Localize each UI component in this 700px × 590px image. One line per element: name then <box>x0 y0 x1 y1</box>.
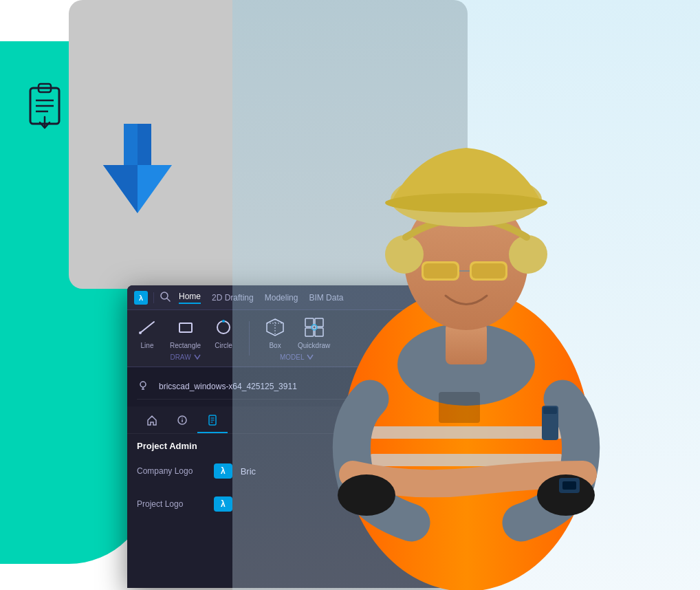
svg-rect-53 <box>562 481 576 490</box>
rectangle-icon <box>174 316 197 339</box>
line-tool[interactable]: Line <box>135 316 159 349</box>
svg-point-49 <box>385 193 547 212</box>
svg-line-11 <box>140 322 154 333</box>
svg-point-15 <box>222 320 225 323</box>
worker-photo <box>232 0 700 590</box>
blue-download-arrow <box>103 124 172 216</box>
svg-point-46 <box>385 235 424 274</box>
svg-rect-56 <box>439 392 480 423</box>
project-logo-label: Project Logo <box>137 499 206 509</box>
tab-info[interactable] <box>167 411 197 433</box>
draw-section-label: DRAW <box>170 353 190 361</box>
rectangle-label: Rectangle <box>170 342 201 349</box>
svg-rect-44 <box>424 263 457 278</box>
svg-rect-13 <box>179 323 192 332</box>
company-logo-label: Company Logo <box>137 466 206 476</box>
draw-items: Line Rectangle <box>135 316 235 349</box>
download-clipboard-icon-area <box>21 76 76 133</box>
bricscad-logo-icon: λ <box>221 466 226 476</box>
cad-logo[interactable]: λ <box>134 291 148 305</box>
circle-icon <box>212 316 235 339</box>
tab-settings[interactable] <box>197 411 228 433</box>
menu-home[interactable]: Home <box>179 292 201 304</box>
svg-marker-8 <box>103 165 138 213</box>
circle-label: Circle <box>215 342 232 349</box>
search-icon[interactable] <box>160 291 173 305</box>
svg-point-50 <box>338 474 395 516</box>
svg-point-47 <box>509 235 547 274</box>
clipboard-download-icon <box>21 76 76 131</box>
worker-illustration <box>232 0 700 590</box>
svg-point-24 <box>140 382 146 387</box>
svg-rect-36 <box>370 426 562 439</box>
company-logo-value[interactable]: λ <box>214 463 232 479</box>
bulb-icon <box>137 380 151 393</box>
draw-section-footer: DRAW <box>135 349 235 361</box>
svg-rect-7 <box>124 124 138 172</box>
svg-point-12 <box>139 331 142 334</box>
svg-rect-55 <box>543 407 557 414</box>
bricscad-logo-icon-2: λ <box>221 499 226 509</box>
tab-home-icon[interactable] <box>137 411 167 433</box>
line-icon <box>135 316 159 339</box>
circle-tool[interactable]: Circle <box>212 316 235 349</box>
line-label: Line <box>141 342 154 349</box>
svg-point-14 <box>217 321 230 334</box>
svg-rect-45 <box>472 263 505 278</box>
project-logo-value[interactable]: λ <box>214 496 232 512</box>
rectangle-tool[interactable]: Rectangle <box>170 316 201 349</box>
draw-section-group: Line Rectangle <box>135 316 235 361</box>
svg-point-29 <box>182 417 183 419</box>
svg-line-10 <box>167 298 170 301</box>
